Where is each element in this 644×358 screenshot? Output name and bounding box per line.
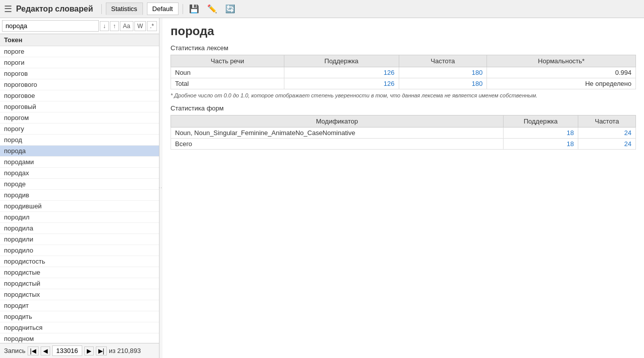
cell-modifier: Noun, Noun_Singular_Feminine_AnimateNo_C… xyxy=(171,128,504,139)
list-item[interactable]: породили xyxy=(0,234,159,245)
lexeme-stats-table: Часть речи Поддержка Частота Нормальност… xyxy=(171,55,636,89)
topbar: ☰ Редактор словарей Statistics Default 💾… xyxy=(0,0,644,18)
table-row: Всего 18 24 xyxy=(171,139,636,150)
sort-down-btn[interactable]: ↓ xyxy=(100,21,109,31)
form-col-header-modifier: Модификатор xyxy=(171,115,504,128)
left-panel: ↓ ↑ Aa W .* Токен порогепорогипороговпор… xyxy=(0,18,159,358)
total-pages: из 210,893 xyxy=(109,347,141,354)
list-item[interactable]: породах xyxy=(0,168,159,179)
search-bar: ↓ ↑ Aa W .* xyxy=(0,18,159,34)
list-item[interactable]: пороге xyxy=(0,46,159,57)
list-item[interactable]: породить xyxy=(0,311,159,322)
list-item[interactable]: породит xyxy=(0,300,159,311)
cell-frequency: 180 xyxy=(399,67,487,78)
tab-statistics[interactable]: Statistics xyxy=(106,3,143,15)
list-item[interactable]: породами xyxy=(0,157,159,168)
pagination-label: Запись xyxy=(4,347,26,354)
list-header: Токен xyxy=(0,34,159,46)
list-item[interactable]: пороги xyxy=(0,57,159,68)
prev-page-btn[interactable]: ◀ xyxy=(41,346,50,355)
right-panel: порода Статистика лексем Часть речи Подд… xyxy=(163,18,644,358)
cell-modifier: Всего xyxy=(171,139,504,150)
form-col-header-support: Поддержка xyxy=(503,115,578,128)
list-item[interactable]: породил xyxy=(0,212,159,223)
list-item[interactable]: породном xyxy=(0,333,159,343)
topbar-divider2 xyxy=(183,4,183,14)
col-header-pos: Часть речи xyxy=(171,55,284,67)
bottom-nav: Запись |◀ ◀ ▶ ▶| из 210,893 xyxy=(0,343,159,358)
lexeme-stats-title: Статистика лексем xyxy=(171,44,636,52)
list-item[interactable]: породила xyxy=(0,223,159,234)
list-item[interactable]: породниться xyxy=(0,322,159,333)
list-item[interactable]: пород xyxy=(0,135,159,146)
cell-frequency: 180 xyxy=(399,78,487,89)
tab-default[interactable]: Default xyxy=(147,3,179,15)
cell-normality: 0.994 xyxy=(487,67,636,78)
next-page-btn[interactable]: ▶ xyxy=(84,346,94,355)
cell-frequency: 24 xyxy=(578,128,636,139)
list-item[interactable]: порогом xyxy=(0,112,159,124)
word-title: порода xyxy=(171,24,636,38)
list-item[interactable]: породило xyxy=(0,245,159,256)
footnote: * Дробное число от 0.0 до 1.0, которое о… xyxy=(171,92,636,98)
form-stats-table: Модификатор Поддержка Частота Noun, Noun… xyxy=(171,115,636,150)
regex-btn[interactable]: .* xyxy=(147,21,157,31)
list-item[interactable]: порогу xyxy=(0,124,159,135)
main-layout: ↓ ↑ Aa W .* Токен порогепорогипороговпор… xyxy=(0,18,644,358)
case-sensitive-btn[interactable]: Aa xyxy=(120,21,133,31)
last-page-btn[interactable]: ▶| xyxy=(96,346,107,355)
cell-support: 18 xyxy=(503,128,578,139)
topbar-divider xyxy=(101,4,102,14)
list-item[interactable]: порогового xyxy=(0,79,159,90)
edit-icon-btn[interactable]: ✏️ xyxy=(205,3,219,15)
whole-word-btn[interactable]: W xyxy=(134,21,146,31)
list-item[interactable]: породистость xyxy=(0,256,159,267)
table-row: Noun, Noun_Singular_Feminine_AnimateNo_C… xyxy=(171,128,636,139)
list-item[interactable]: пороговое xyxy=(0,90,159,101)
cell-support: 126 xyxy=(284,67,399,78)
list-item[interactable]: породистых xyxy=(0,289,159,300)
refresh-icon-btn[interactable]: 🔄 xyxy=(223,3,237,15)
list-item[interactable]: породившей xyxy=(0,201,159,212)
cell-pos: Noun xyxy=(171,67,284,78)
table-row: Noun 126 180 0.994 xyxy=(171,67,636,78)
cell-normality: Не определено xyxy=(487,78,636,89)
cell-support: 18 xyxy=(503,139,578,150)
save-icon-btn[interactable]: 💾 xyxy=(187,3,201,15)
cell-support: 126 xyxy=(284,78,399,89)
cell-pos: Total xyxy=(171,78,284,89)
list-item[interactable]: пороговый xyxy=(0,101,159,112)
col-header-frequency: Частота xyxy=(399,55,487,67)
list-item[interactable]: породистый xyxy=(0,278,159,289)
first-page-btn[interactable]: |◀ xyxy=(28,346,39,355)
col-header-support: Поддержка xyxy=(284,55,399,67)
list-item[interactable]: породистые xyxy=(0,267,159,278)
list-item[interactable]: порода xyxy=(0,146,159,157)
form-col-header-frequency: Частота xyxy=(578,115,636,128)
list-item[interactable]: породе xyxy=(0,179,159,190)
cell-frequency: 24 xyxy=(578,139,636,150)
form-stats-title: Статистика форм xyxy=(171,104,636,112)
menu-icon[interactable]: ☰ xyxy=(4,4,12,15)
col-header-normality: Нормальность* xyxy=(487,55,636,67)
list-area: порогепорогипороговпороговогопороговоепо… xyxy=(0,46,159,343)
app-title: Редактор словарей xyxy=(16,5,93,14)
page-number-input[interactable] xyxy=(52,345,82,356)
list-item[interactable]: порогов xyxy=(0,68,159,79)
table-row: Total 126 180 Не определено xyxy=(171,78,636,89)
search-input[interactable] xyxy=(2,20,99,32)
sort-up-btn[interactable]: ↑ xyxy=(110,21,119,31)
list-item[interactable]: породив xyxy=(0,190,159,201)
